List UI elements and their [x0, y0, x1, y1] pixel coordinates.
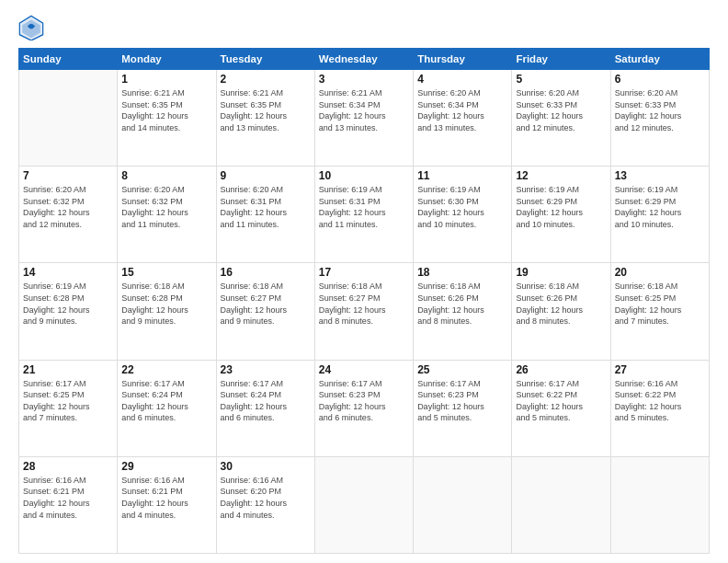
day-info: Sunrise: 6:16 AMSunset: 6:21 PMDaylight:…	[121, 475, 211, 521]
day-info: Sunrise: 6:20 AMSunset: 6:33 PMDaylight:…	[516, 87, 606, 133]
calendar-cell: 9Sunrise: 6:20 AMSunset: 6:31 PMDaylight…	[216, 167, 314, 263]
calendar-cell: 18Sunrise: 6:18 AMSunset: 6:26 PMDayligh…	[414, 263, 512, 360]
calendar-cell: 4Sunrise: 6:20 AMSunset: 6:34 PMDaylight…	[414, 70, 512, 167]
calendar-cell: 19Sunrise: 6:18 AMSunset: 6:26 PMDayligh…	[512, 263, 610, 360]
logo-icon	[18, 15, 44, 40]
day-info: Sunrise: 6:17 AMSunset: 6:23 PMDaylight:…	[417, 378, 507, 424]
day-number: 18	[417, 266, 507, 279]
day-number: 19	[516, 266, 606, 279]
day-number: 12	[516, 169, 606, 182]
week-row-4: 21Sunrise: 6:17 AMSunset: 6:25 PMDayligh…	[19, 360, 710, 456]
day-info: Sunrise: 6:17 AMSunset: 6:24 PMDaylight:…	[121, 378, 211, 424]
calendar-cell: 29Sunrise: 6:16 AMSunset: 6:21 PMDayligh…	[118, 456, 216, 553]
calendar-cell: 17Sunrise: 6:18 AMSunset: 6:27 PMDayligh…	[314, 263, 413, 360]
day-number: 8	[121, 169, 211, 182]
day-number: 27	[615, 363, 705, 376]
day-info: Sunrise: 6:20 AMSunset: 6:34 PMDaylight:…	[417, 87, 507, 133]
weekday-header-row: SundayMondayTuesdayWednesdayThursdayFrid…	[19, 49, 710, 70]
day-info: Sunrise: 6:21 AMSunset: 6:35 PMDaylight:…	[221, 87, 311, 133]
calendar-cell: 8Sunrise: 6:20 AMSunset: 6:32 PMDaylight…	[118, 167, 216, 263]
day-number: 20	[615, 266, 705, 279]
day-number: 5	[516, 73, 606, 86]
day-number: 21	[23, 363, 113, 376]
day-info: Sunrise: 6:19 AMSunset: 6:31 PMDaylight:…	[319, 184, 409, 230]
day-number: 22	[121, 363, 211, 376]
day-number: 14	[23, 266, 113, 279]
day-info: Sunrise: 6:20 AMSunset: 6:32 PMDaylight:…	[121, 184, 211, 230]
weekday-tuesday: Tuesday	[216, 49, 314, 70]
calendar-cell	[512, 456, 610, 553]
day-number: 24	[319, 363, 409, 376]
calendar-cell: 5Sunrise: 6:20 AMSunset: 6:33 PMDaylight…	[512, 70, 610, 167]
day-info: Sunrise: 6:18 AMSunset: 6:25 PMDaylight:…	[615, 281, 705, 327]
day-info: Sunrise: 6:21 AMSunset: 6:35 PMDaylight:…	[121, 87, 211, 133]
weekday-wednesday: Wednesday	[314, 49, 413, 70]
day-info: Sunrise: 6:17 AMSunset: 6:24 PMDaylight:…	[221, 378, 311, 424]
calendar-cell	[314, 456, 413, 553]
day-number: 17	[319, 266, 409, 279]
calendar-cell	[414, 456, 512, 553]
day-info: Sunrise: 6:16 AMSunset: 6:22 PMDaylight:…	[615, 378, 705, 424]
day-info: Sunrise: 6:18 AMSunset: 6:26 PMDaylight:…	[417, 281, 507, 327]
day-info: Sunrise: 6:19 AMSunset: 6:28 PMDaylight:…	[23, 281, 113, 327]
calendar-cell: 15Sunrise: 6:18 AMSunset: 6:28 PMDayligh…	[118, 263, 216, 360]
calendar-cell: 1Sunrise: 6:21 AMSunset: 6:35 PMDaylight…	[118, 70, 216, 167]
header	[18, 15, 710, 40]
calendar-cell: 11Sunrise: 6:19 AMSunset: 6:30 PMDayligh…	[414, 167, 512, 263]
day-number: 10	[319, 169, 409, 182]
day-info: Sunrise: 6:18 AMSunset: 6:26 PMDaylight:…	[516, 281, 606, 327]
calendar-cell: 7Sunrise: 6:20 AMSunset: 6:32 PMDaylight…	[19, 167, 118, 263]
day-number: 7	[23, 169, 113, 182]
day-info: Sunrise: 6:16 AMSunset: 6:21 PMDaylight:…	[23, 475, 113, 521]
week-row-1: 1Sunrise: 6:21 AMSunset: 6:35 PMDaylight…	[19, 70, 710, 167]
calendar-cell: 2Sunrise: 6:21 AMSunset: 6:35 PMDaylight…	[216, 70, 314, 167]
day-number: 15	[121, 266, 211, 279]
calendar-cell: 24Sunrise: 6:17 AMSunset: 6:23 PMDayligh…	[314, 360, 413, 456]
calendar-cell: 6Sunrise: 6:20 AMSunset: 6:33 PMDaylight…	[610, 70, 709, 167]
weekday-friday: Friday	[512, 49, 610, 70]
weekday-saturday: Saturday	[610, 49, 709, 70]
calendar-cell: 26Sunrise: 6:17 AMSunset: 6:22 PMDayligh…	[512, 360, 610, 456]
day-info: Sunrise: 6:18 AMSunset: 6:27 PMDaylight:…	[319, 281, 409, 327]
day-number: 28	[23, 460, 113, 473]
day-info: Sunrise: 6:19 AMSunset: 6:29 PMDaylight:…	[615, 184, 705, 230]
day-info: Sunrise: 6:20 AMSunset: 6:31 PMDaylight:…	[221, 184, 311, 230]
day-number: 16	[221, 266, 311, 279]
calendar-cell: 14Sunrise: 6:19 AMSunset: 6:28 PMDayligh…	[19, 263, 118, 360]
calendar-cell: 22Sunrise: 6:17 AMSunset: 6:24 PMDayligh…	[118, 360, 216, 456]
day-number: 29	[121, 460, 211, 473]
calendar-cell: 16Sunrise: 6:18 AMSunset: 6:27 PMDayligh…	[216, 263, 314, 360]
day-number: 1	[121, 73, 211, 86]
day-number: 13	[615, 169, 705, 182]
day-number: 4	[417, 73, 507, 86]
week-row-2: 7Sunrise: 6:20 AMSunset: 6:32 PMDaylight…	[19, 167, 710, 263]
day-number: 2	[221, 73, 311, 86]
weekday-monday: Monday	[118, 49, 216, 70]
weekday-thursday: Thursday	[414, 49, 512, 70]
calendar-table: SundayMondayTuesdayWednesdayThursdayFrid…	[18, 48, 710, 554]
day-info: Sunrise: 6:18 AMSunset: 6:28 PMDaylight:…	[121, 281, 211, 327]
week-row-3: 14Sunrise: 6:19 AMSunset: 6:28 PMDayligh…	[19, 263, 710, 360]
calendar-cell: 28Sunrise: 6:16 AMSunset: 6:21 PMDayligh…	[19, 456, 118, 553]
day-number: 23	[221, 363, 311, 376]
calendar-cell: 30Sunrise: 6:16 AMSunset: 6:20 PMDayligh…	[216, 456, 314, 553]
day-number: 26	[516, 363, 606, 376]
day-info: Sunrise: 6:20 AMSunset: 6:32 PMDaylight:…	[23, 184, 113, 230]
day-number: 11	[417, 169, 507, 182]
calendar-cell: 25Sunrise: 6:17 AMSunset: 6:23 PMDayligh…	[414, 360, 512, 456]
calendar-cell	[610, 456, 709, 553]
day-info: Sunrise: 6:17 AMSunset: 6:25 PMDaylight:…	[23, 378, 113, 424]
weekday-sunday: Sunday	[19, 49, 118, 70]
logo	[18, 15, 48, 40]
day-info: Sunrise: 6:19 AMSunset: 6:30 PMDaylight:…	[417, 184, 507, 230]
day-number: 9	[221, 169, 311, 182]
day-number: 25	[417, 363, 507, 376]
calendar-cell: 3Sunrise: 6:21 AMSunset: 6:34 PMDaylight…	[314, 70, 413, 167]
page: SundayMondayTuesdayWednesdayThursdayFrid…	[0, 0, 728, 563]
day-info: Sunrise: 6:20 AMSunset: 6:33 PMDaylight:…	[615, 87, 705, 133]
day-info: Sunrise: 6:18 AMSunset: 6:27 PMDaylight:…	[221, 281, 311, 327]
calendar-cell	[19, 70, 118, 167]
day-info: Sunrise: 6:16 AMSunset: 6:20 PMDaylight:…	[221, 475, 311, 521]
day-number: 3	[319, 73, 409, 86]
day-number: 30	[221, 460, 311, 473]
